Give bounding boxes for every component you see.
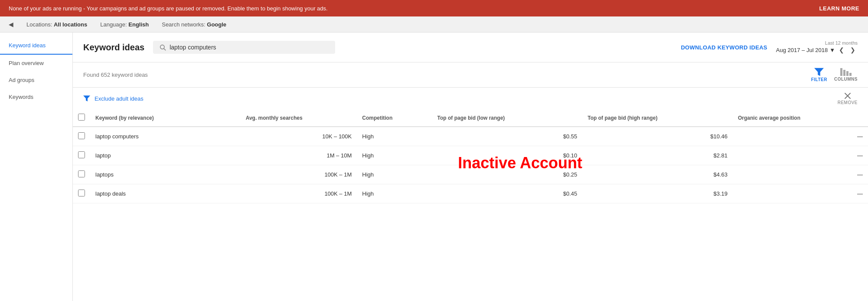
date-next-button[interactable]: ❯ [848,46,858,54]
table-row: laptop computers 10K – 100K High $0.55 $… [73,127,868,146]
sidebar-item-keywords[interactable]: Keywords [0,88,72,105]
filter-label: FILTER [811,77,827,82]
results-bar: Found 652 keyword ideas FILTER [73,62,868,88]
row-competition: High [357,165,432,184]
row-keyword: laptop [90,146,241,165]
col-header-bid-low: Top of page bid (low range) [432,109,583,127]
row-organic: — [733,127,868,146]
columns-label: COLUMNS [834,77,858,82]
dropdown-arrow-icon: ▼ [829,47,835,53]
select-all-checkbox[interactable] [78,114,85,121]
row-checkbox-cell [73,165,90,184]
exclude-adult-ideas-link[interactable]: Exclude adult ideas [95,95,144,102]
filter-row: Exclude adult ideas REMOVE [73,88,868,109]
row-bid-low: $0.55 [432,127,583,146]
results-count: Found 652 keyword ideas [83,72,148,78]
filter-icon [814,68,824,76]
locations-filter: Locations: All locations [26,21,87,28]
row-competition: High [357,184,432,203]
row-bid-low: $0.45 [432,184,583,203]
download-keyword-ideas-button[interactable]: DOWNLOAD KEYWORD IDEAS [681,44,767,51]
table-row: laptop 1M – 10M High $0.10 $2.81 — [73,146,868,165]
sidebar-item-plan-overview[interactable]: Plan overview [0,55,72,72]
row-organic: — [733,165,868,184]
row-checkbox[interactable] [78,190,85,196]
svg-marker-3 [83,95,90,101]
networks-filter: Search networks: Google [162,21,226,28]
col-header-competition: Competition [357,109,432,127]
search-icon [159,44,166,51]
filter-row-left: Exclude adult ideas [83,95,144,102]
filter-button[interactable]: FILTER [811,68,827,82]
row-bid-low: $0.25 [432,165,583,184]
col-header-organic: Organic average position [733,109,868,127]
toolbar-right: FILTER COLUMNS [811,68,858,82]
sidebar-item-ad-groups[interactable]: Ad groups [0,72,72,88]
columns-icon [840,68,852,76]
date-prev-button[interactable]: ❮ [837,46,846,54]
page-header: Keyword ideas DOWNLOAD KEYWORD IDEAS Las… [73,33,868,62]
keywords-table: Keyword (by relevance) Avg. monthly sear… [73,109,868,203]
learn-more-link[interactable]: LEARN MORE [819,5,859,12]
row-bid-high: $4.63 [582,165,733,184]
top-banner: None of your ads are running - Your camp… [0,0,868,16]
table-row: laptops 100K – 1M High $0.25 $4.63 — [73,165,868,184]
col-header-checkbox [73,109,90,127]
date-range-selector: Last 12 months Aug 2017 – Jul 2018 ▼ ❮ ❯ [776,40,858,54]
remove-filter-button[interactable]: REMOVE [838,92,858,105]
language-filter: Language: English [100,21,149,28]
date-range-label: Last 12 months [825,40,858,46]
sidebar: Keyword ideas Plan overview Ad groups Ke… [0,33,73,301]
columns-button[interactable]: COLUMNS [834,68,858,82]
row-bid-high: $10.46 [582,127,733,146]
sub-header: ◀ Locations: All locations Language: Eng… [0,16,868,33]
row-bid-low: $0.10 [432,146,583,165]
col-header-searches: Avg. monthly searches [241,109,357,127]
row-searches: 100K – 1M [241,165,357,184]
row-bid-high: $2.81 [582,146,733,165]
row-keyword: laptop computers [90,127,241,146]
remove-label: REMOVE [838,100,858,105]
row-organic: — [733,146,868,165]
date-nav: ❮ ❯ [837,46,858,54]
exclude-filter-icon [83,95,90,102]
row-keyword: laptops [90,165,241,184]
date-range-value: Aug 2017 – Jul 2018 [776,47,828,53]
row-searches: 100K – 1M [241,184,357,203]
row-checkbox-cell [73,184,90,203]
row-bid-high: $3.19 [582,184,733,203]
row-competition: High [357,146,432,165]
row-checkbox[interactable] [78,170,85,177]
content-area: Keyword ideas DOWNLOAD KEYWORD IDEAS Las… [73,33,868,301]
close-icon [844,92,852,100]
col-header-keyword: Keyword (by relevance) [90,109,241,127]
table-row: laptop deals 100K – 1M High $0.45 $3.19 … [73,184,868,203]
date-range-dropdown[interactable]: Aug 2017 – Jul 2018 ▼ ❮ ❯ [776,46,858,54]
row-checkbox[interactable] [78,151,85,158]
svg-line-1 [164,49,166,50]
page-header-right: DOWNLOAD KEYWORD IDEAS Last 12 months Au… [681,40,858,54]
sidebar-item-keyword-ideas[interactable]: Keyword ideas [0,37,72,55]
row-checkbox-cell [73,146,90,165]
row-searches: 10K – 100K [241,127,357,146]
keyword-search-box[interactable] [153,41,335,54]
back-arrow-icon[interactable]: ◀ [9,21,13,28]
search-input[interactable] [170,44,329,51]
row-organic: — [733,184,868,203]
row-checkbox[interactable] [78,132,85,139]
row-checkbox-cell [73,127,90,146]
row-keyword: laptop deals [90,184,241,203]
svg-marker-2 [814,68,824,76]
col-header-bid-high: Top of page bid (high range) [582,109,733,127]
banner-message: None of your ads are running - Your camp… [9,5,328,12]
row-competition: High [357,127,432,146]
page-title: Keyword ideas [83,43,144,52]
row-searches: 1M – 10M [241,146,357,165]
